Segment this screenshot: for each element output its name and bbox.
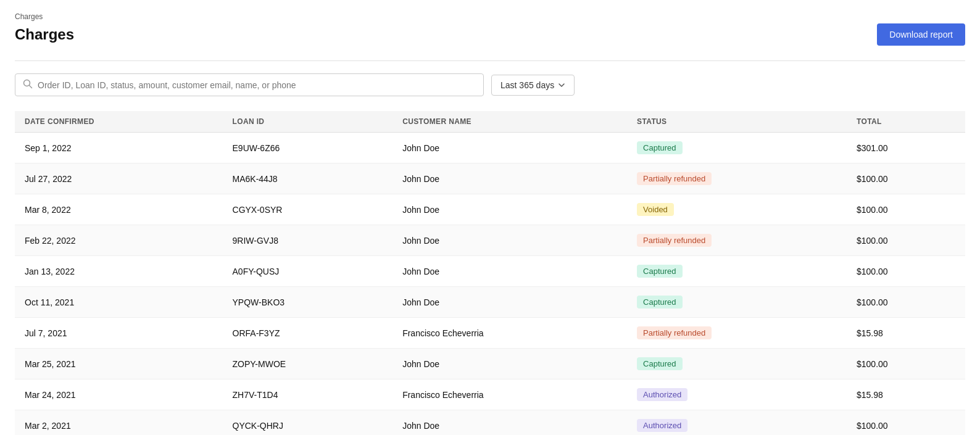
- col-date: DATE CONFIRMED: [15, 111, 223, 133]
- cell-date: Jul 27, 2022: [15, 164, 223, 194]
- cell-total: $100.00: [847, 164, 965, 194]
- filter-row: Last 365 days: [15, 73, 965, 96]
- breadcrumb: Charges: [15, 12, 965, 21]
- date-filter-label: Last 365 days: [500, 80, 554, 90]
- cell-loan-id: ORFA-F3YZ: [223, 318, 393, 349]
- table-row[interactable]: Mar 25, 2021ZOPY-MWOEJohn DoeCaptured$10…: [15, 349, 965, 379]
- table-row[interactable]: Jul 27, 2022MA6K-44J8John DoePartially r…: [15, 164, 965, 194]
- table-row[interactable]: Mar 24, 2021ZH7V-T1D4Francisco Echeverri…: [15, 379, 965, 410]
- cell-loan-id: CGYX-0SYR: [223, 194, 393, 225]
- cell-total: $100.00: [847, 225, 965, 256]
- cell-date: Jul 7, 2021: [15, 318, 223, 349]
- cell-loan-id: A0FY-QUSJ: [223, 256, 393, 287]
- table-row[interactable]: Oct 11, 2021YPQW-BKO3John DoeCaptured$10…: [15, 287, 965, 318]
- col-loan-id: LOAN ID: [223, 111, 393, 133]
- cell-customer-name: John Doe: [392, 410, 627, 436]
- cell-date: Feb 22, 2022: [15, 225, 223, 256]
- cell-loan-id: MA6K-44J8: [223, 164, 393, 194]
- status-badge: Partially refunded: [637, 326, 712, 339]
- cell-customer-name: Francisco Echeverria: [392, 379, 627, 410]
- cell-total: $100.00: [847, 287, 965, 318]
- header-divider: [15, 60, 965, 61]
- cell-status: Authorized: [627, 410, 847, 436]
- status-badge: Captured: [637, 357, 682, 370]
- col-customer-name: CUSTOMER NAME: [392, 111, 627, 133]
- cell-date: Oct 11, 2021: [15, 287, 223, 318]
- cell-customer-name: John Doe: [392, 133, 627, 164]
- cell-loan-id: E9UW-6Z66: [223, 133, 393, 164]
- cell-total: $100.00: [847, 349, 965, 379]
- cell-customer-name: John Doe: [392, 164, 627, 194]
- table-row[interactable]: Mar 8, 2022CGYX-0SYRJohn DoeVoided$100.0…: [15, 194, 965, 225]
- table-row[interactable]: Jul 7, 2021ORFA-F3YZFrancisco Echeverria…: [15, 318, 965, 349]
- table-header: DATE CONFIRMED LOAN ID CUSTOMER NAME STA…: [15, 111, 965, 133]
- cell-loan-id: ZOPY-MWOE: [223, 349, 393, 379]
- cell-total: $301.00: [847, 133, 965, 164]
- date-filter-button[interactable]: Last 365 days: [491, 75, 575, 96]
- cell-status: Captured: [627, 133, 847, 164]
- cell-total: $100.00: [847, 256, 965, 287]
- table-row[interactable]: Mar 2, 2021QYCK-QHRJJohn DoeAuthorized$1…: [15, 410, 965, 436]
- table-row[interactable]: Jan 13, 2022A0FY-QUSJJohn DoeCaptured$10…: [15, 256, 965, 287]
- col-total: TOTAL: [847, 111, 965, 133]
- page-title: Charges: [15, 26, 74, 43]
- cell-customer-name: Francisco Echeverria: [392, 318, 627, 349]
- status-badge: Partially refunded: [637, 234, 712, 247]
- cell-status: Captured: [627, 287, 847, 318]
- cell-loan-id: YPQW-BKO3: [223, 287, 393, 318]
- cell-loan-id: QYCK-QHRJ: [223, 410, 393, 436]
- cell-status: Voided: [627, 194, 847, 225]
- cell-customer-name: John Doe: [392, 194, 627, 225]
- status-badge: Captured: [637, 296, 682, 309]
- download-report-button[interactable]: Download report: [877, 23, 965, 46]
- cell-date: Mar 25, 2021: [15, 349, 223, 379]
- cell-status: Partially refunded: [627, 164, 847, 194]
- chevron-down-icon: [558, 81, 565, 89]
- col-status: STATUS: [627, 111, 847, 133]
- cell-status: Captured: [627, 256, 847, 287]
- table-body: Sep 1, 2022E9UW-6Z66John DoeCaptured$301…: [15, 133, 965, 436]
- cell-customer-name: John Doe: [392, 256, 627, 287]
- search-input[interactable]: [38, 80, 476, 90]
- cell-loan-id: 9RIW-GVJ8: [223, 225, 393, 256]
- status-badge: Authorized: [637, 419, 687, 432]
- cell-status: Authorized: [627, 379, 847, 410]
- charges-table: DATE CONFIRMED LOAN ID CUSTOMER NAME STA…: [15, 111, 965, 435]
- cell-date: Jan 13, 2022: [15, 256, 223, 287]
- status-badge: Voided: [637, 203, 674, 216]
- cell-status: Captured: [627, 349, 847, 379]
- cell-date: Mar 24, 2021: [15, 379, 223, 410]
- svg-line-1: [30, 86, 32, 88]
- cell-loan-id: ZH7V-T1D4: [223, 379, 393, 410]
- status-badge: Partially refunded: [637, 172, 712, 185]
- cell-status: Partially refunded: [627, 318, 847, 349]
- cell-customer-name: John Doe: [392, 225, 627, 256]
- status-badge: Captured: [637, 141, 682, 154]
- status-badge: Captured: [637, 265, 682, 278]
- search-icon: [23, 79, 33, 91]
- cell-customer-name: John Doe: [392, 287, 627, 318]
- table-row[interactable]: Sep 1, 2022E9UW-6Z66John DoeCaptured$301…: [15, 133, 965, 164]
- cell-total: $100.00: [847, 194, 965, 225]
- table-row[interactable]: Feb 22, 20229RIW-GVJ8John DoePartially r…: [15, 225, 965, 256]
- cell-total: $15.98: [847, 379, 965, 410]
- cell-date: Mar 2, 2021: [15, 410, 223, 436]
- cell-date: Sep 1, 2022: [15, 133, 223, 164]
- cell-status: Partially refunded: [627, 225, 847, 256]
- cell-total: $15.98: [847, 318, 965, 349]
- cell-customer-name: John Doe: [392, 349, 627, 379]
- search-wrapper: [15, 73, 484, 96]
- cell-total: $100.00: [847, 410, 965, 436]
- cell-date: Mar 8, 2022: [15, 194, 223, 225]
- status-badge: Authorized: [637, 388, 687, 401]
